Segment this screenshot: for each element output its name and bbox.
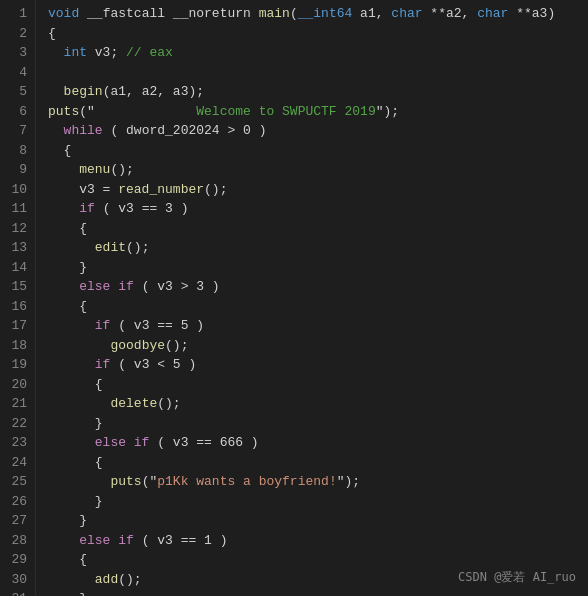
- plain-token: [48, 199, 79, 219]
- code-line: edit();: [48, 238, 588, 258]
- line-number: 3: [8, 43, 27, 63]
- fn-token: edit: [95, 238, 126, 258]
- code-line: menu();: [48, 160, 588, 180]
- kw2-token: else if: [95, 433, 150, 453]
- line-number: 24: [8, 453, 27, 473]
- line-number: 7: [8, 121, 27, 141]
- code-line: puts(" Welcome to SWPUCTF 2019");: [48, 102, 588, 122]
- code-line: {: [48, 24, 588, 44]
- green-comment-token: // eax: [126, 43, 173, 63]
- plain-token: v3;: [87, 43, 126, 63]
- line-number: 15: [8, 277, 27, 297]
- plain-token: {: [48, 453, 103, 473]
- line-number: 6: [8, 102, 27, 122]
- code-line: if ( v3 == 5 ): [48, 316, 588, 336]
- line-number: 31: [8, 589, 27, 596]
- plain-token: {: [48, 550, 87, 570]
- line-number: 4: [8, 63, 27, 83]
- plain-token: [48, 43, 64, 63]
- code-area[interactable]: void __fastcall __noreturn main(__int64 …: [36, 0, 588, 596]
- plain-token: [48, 277, 79, 297]
- kw-token: int: [64, 43, 87, 63]
- plain-token: **a2,: [423, 4, 478, 24]
- plain-token: ( v3 == 3 ): [95, 199, 189, 219]
- plain-token: }: [48, 492, 103, 512]
- line-number: 11: [8, 199, 27, 219]
- line-number: 1: [8, 4, 27, 24]
- fn-token: read_number: [118, 180, 204, 200]
- plain-token: ();: [165, 336, 188, 356]
- plain-token: [48, 82, 64, 102]
- plain-token: [48, 316, 95, 336]
- code-line: v3 = read_number();: [48, 180, 588, 200]
- code-container: 1234567891011121314151617181920212223242…: [0, 0, 588, 596]
- line-number: 8: [8, 141, 27, 161]
- plain-token: ( v3 > 3 ): [134, 277, 220, 297]
- plain-token: ( v3 == 1 ): [134, 531, 228, 551]
- code-line: }: [48, 414, 588, 434]
- line-number: 12: [8, 219, 27, 239]
- code-line: if ( v3 < 5 ): [48, 355, 588, 375]
- line-number: 21: [8, 394, 27, 414]
- str-token: p1Kk wants a boyfriend!: [157, 472, 336, 492]
- code-line: else if ( v3 > 3 ): [48, 277, 588, 297]
- code-line: void __fastcall __noreturn main(__int64 …: [48, 4, 588, 24]
- plain-token: ( v3 == 666 ): [149, 433, 258, 453]
- code-line: int v3; // eax: [48, 43, 588, 63]
- watermark: CSDN @爱若 AI_ruo: [458, 568, 576, 586]
- line-numbers: 1234567891011121314151617181920212223242…: [0, 0, 36, 596]
- line-number: 2: [8, 24, 27, 44]
- plain-token: [48, 570, 95, 590]
- plain-token: [48, 160, 79, 180]
- plain-token: {: [48, 24, 56, 44]
- line-number: 9: [8, 160, 27, 180]
- line-number: 25: [8, 472, 27, 492]
- kw2-token: else if: [79, 277, 134, 297]
- line-number: 18: [8, 336, 27, 356]
- code-line: }: [48, 258, 588, 278]
- kw2-token: if: [79, 199, 95, 219]
- code-line: {: [48, 219, 588, 239]
- kw2-token: while: [64, 121, 103, 141]
- plain-token: {: [48, 141, 71, 161]
- plain-token: a1,: [352, 4, 391, 24]
- plain-token: ( v3 == 5 ): [110, 316, 204, 336]
- plain-token: [48, 238, 95, 258]
- plain-token: {: [48, 297, 87, 317]
- kw-token: char: [391, 4, 422, 24]
- code-line: }: [48, 511, 588, 531]
- plain-token: }: [48, 511, 87, 531]
- kw-token: char: [477, 4, 508, 24]
- kw-token: __int64: [298, 4, 353, 24]
- plain-token: [79, 4, 87, 24]
- line-number: 13: [8, 238, 27, 258]
- line-number: 22: [8, 414, 27, 434]
- line-number: 17: [8, 316, 27, 336]
- plain-token: }: [48, 589, 87, 596]
- line-number: 27: [8, 511, 27, 531]
- plain-token: [48, 121, 64, 141]
- code-line: begin(a1, a2, a3);: [48, 82, 588, 102]
- code-line: [48, 63, 588, 83]
- plain-token: [48, 336, 110, 356]
- comment-token: Welcome to SWPUCTF 2019: [196, 102, 375, 122]
- fn-token: menu: [79, 160, 110, 180]
- code-line: {: [48, 141, 588, 161]
- plain-token: ();: [157, 394, 180, 414]
- plain-token: [48, 355, 95, 375]
- plain-token: [48, 531, 79, 551]
- plain-token: {: [48, 219, 87, 239]
- plain-token: ();: [118, 570, 141, 590]
- plain-token: }: [48, 258, 87, 278]
- plain-token: ");: [337, 472, 360, 492]
- code-line: }: [48, 492, 588, 512]
- kw2-token: else if: [79, 531, 134, 551]
- plain-token: ();: [126, 238, 149, 258]
- code-line: puts("p1Kk wants a boyfriend!");: [48, 472, 588, 492]
- fn-token: goodbye: [110, 336, 165, 356]
- plain-token: ( dword_202024 > 0 ): [103, 121, 267, 141]
- code-line: {: [48, 297, 588, 317]
- kw2-token: if: [95, 316, 111, 336]
- line-number: 10: [8, 180, 27, 200]
- plain-token: **a3): [508, 4, 555, 24]
